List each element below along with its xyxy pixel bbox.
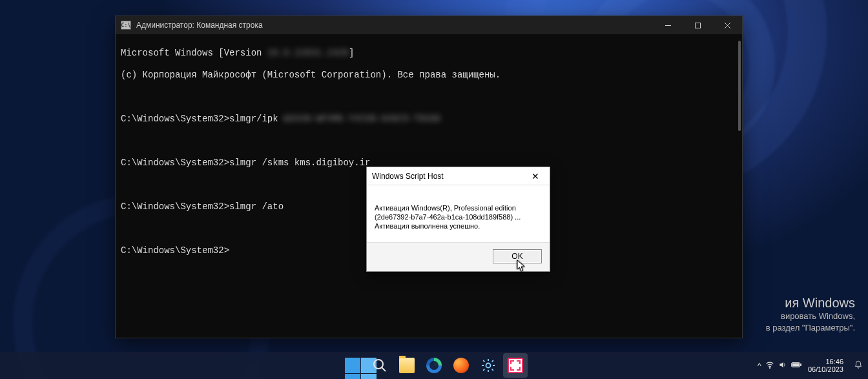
taskbar-center — [340, 353, 528, 378]
firefox-button[interactable] — [449, 353, 473, 378]
minimize-button[interactable] — [653, 16, 683, 34]
start-button[interactable] — [340, 353, 365, 378]
windows-logo-icon — [345, 358, 360, 373]
script-host-dialog: Windows Script Host ✕ Активация Windows(… — [366, 167, 550, 272]
dialog-text-line: Активация выполнена успешно. — [375, 221, 542, 230]
term-line: Microsoft Windows [Version 10.0.22631.24… — [121, 48, 737, 59]
svg-rect-1 — [695, 23, 700, 28]
svg-line-5 — [382, 367, 386, 371]
system-tray[interactable]: ^ — [758, 360, 801, 371]
gear-icon — [480, 358, 496, 373]
titlebar[interactable]: C:\ Администратор: Командная строка — [116, 16, 742, 34]
volume-icon[interactable] — [778, 360, 787, 371]
svg-rect-10 — [792, 364, 799, 366]
watermark-line: в раздел "Параметры". — [766, 322, 855, 334]
svg-rect-9 — [800, 364, 801, 365]
maximize-button[interactable] — [683, 16, 712, 34]
notification-icon[interactable] — [854, 360, 863, 371]
ok-button[interactable]: OK — [493, 249, 542, 263]
term-line — [121, 136, 737, 147]
cmd-icon: C:\ — [121, 21, 131, 30]
time-text: 16:46 — [808, 358, 843, 365]
activation-watermark: ия Windows вировать Windows, в раздел "П… — [766, 297, 855, 334]
dialog-body: Активация Windows(R), Professional editi… — [367, 185, 550, 242]
folder-icon — [399, 358, 415, 373]
dialog-close-button[interactable]: ✕ — [526, 168, 544, 185]
battery-icon[interactable] — [791, 361, 801, 371]
taskbar-right: ^ 16:46 06/10/2023 — [758, 358, 863, 373]
snipping-tool-button[interactable] — [503, 353, 528, 378]
file-explorer-button[interactable] — [395, 353, 419, 378]
search-button[interactable] — [367, 353, 392, 378]
watermark-line: вировать Windows, — [766, 311, 855, 322]
search-icon — [372, 358, 388, 373]
watermark-title: ия Windows — [766, 297, 855, 309]
term-line: (с) Корпорация Майкрософт (Microsoft Cor… — [121, 70, 737, 81]
dialog-text-line: Активация Windows(R), Professional editi… — [375, 203, 542, 212]
date-text: 06/10/2023 — [808, 365, 843, 373]
snipping-icon — [508, 358, 523, 373]
tray-chevron-icon[interactable]: ^ — [758, 361, 761, 371]
clock[interactable]: 16:46 06/10/2023 — [808, 358, 843, 373]
svg-point-4 — [374, 360, 383, 369]
term-line — [121, 92, 737, 103]
wifi-icon[interactable] — [765, 360, 774, 371]
terminal-scrollbar[interactable] — [738, 41, 741, 131]
term-line: C:\Windows\System32>slmgr/ipk WXXXN-WFXM… — [121, 114, 737, 125]
dialog-text-line: (2de67392-b7a7-462a-b1ca-108dd189f588) .… — [375, 212, 542, 221]
settings-button[interactable] — [476, 353, 501, 378]
edge-icon — [426, 358, 442, 373]
dialog-footer: OK — [367, 242, 550, 271]
window-title: Администратор: Командная строка — [136, 21, 653, 30]
close-button[interactable] — [712, 16, 742, 34]
taskbar: ^ 16:46 06/10/2023 — [0, 352, 868, 379]
edge-button[interactable] — [422, 353, 446, 378]
svg-point-7 — [769, 367, 770, 368]
dialog-title: Windows Script Host — [372, 172, 526, 181]
firefox-icon — [453, 358, 469, 373]
dialog-titlebar[interactable]: Windows Script Host ✕ — [367, 167, 550, 185]
svg-point-6 — [486, 364, 491, 368]
